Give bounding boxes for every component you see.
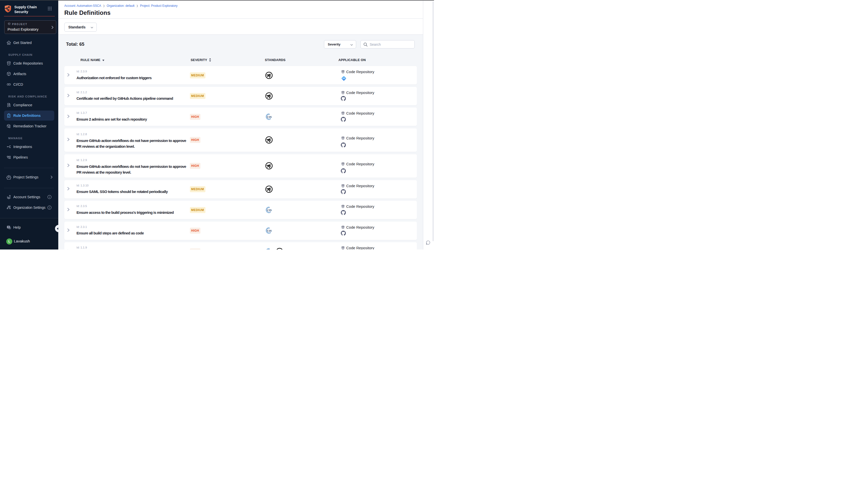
svg-text:CIS: CIS (267, 229, 272, 232)
svg-text:CIS: CIS (267, 208, 272, 211)
svg-text:?: ? (8, 226, 9, 228)
svg-text:CIS: CIS (267, 115, 272, 118)
